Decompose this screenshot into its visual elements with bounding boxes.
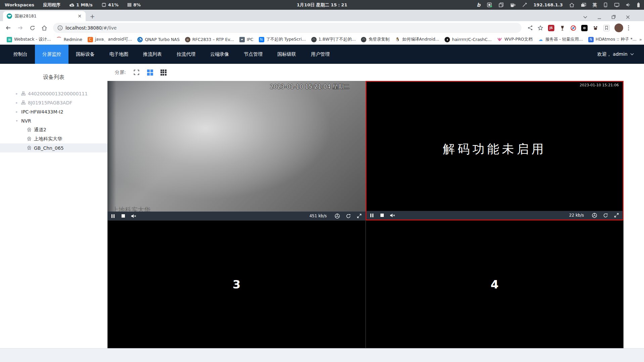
bookmark-item[interactable]: 如何编译Android... bbox=[392, 37, 442, 42]
nav-item-pull-proxy[interactable]: 拉流代理 bbox=[169, 45, 203, 64]
tree-item-channel-selected[interactable]: GB_Chn_065 bbox=[0, 143, 107, 152]
tree-item-platform[interactable]: ▸ 44020000013200000111 bbox=[0, 89, 107, 98]
split-fullscreen-button[interactable] bbox=[133, 69, 140, 76]
clipboard-tray-icon[interactable] bbox=[499, 2, 504, 7]
webcam-icon bbox=[27, 146, 32, 150]
video-panel-1[interactable]: 2023-01-10 15:21:04 星期二 上地科实大华 451 kb/s bbox=[107, 81, 366, 220]
refresh-button[interactable] bbox=[346, 214, 351, 219]
forward-button[interactable] bbox=[15, 23, 25, 33]
pause-button[interactable] bbox=[111, 214, 116, 218]
applications-menu[interactable]: 应用程序 bbox=[43, 2, 60, 8]
reload-button[interactable] bbox=[28, 23, 37, 33]
tab-search-chevron-icon[interactable] bbox=[583, 16, 587, 18]
split-2x2-button[interactable] bbox=[147, 70, 153, 76]
caret-down-icon[interactable]: ▾ bbox=[15, 119, 19, 123]
bookmark-item[interactable]: QNAP Turbo NAS bbox=[135, 37, 182, 42]
nav-item-split-monitor[interactable]: 分屏监控 bbox=[35, 45, 68, 64]
stop-button[interactable] bbox=[122, 214, 125, 218]
bookmark-item[interactable]: WVP-PRO文档 bbox=[494, 37, 535, 42]
site-info-icon[interactable] bbox=[57, 25, 63, 31]
window-restore-button[interactable] bbox=[611, 15, 616, 19]
nav-item-user-manage[interactable]: 用户管理 bbox=[304, 45, 337, 64]
nav-item-map[interactable]: 电子地图 bbox=[102, 45, 136, 64]
caret-right-icon[interactable]: ▸ bbox=[15, 110, 19, 114]
blocker-extension-icon[interactable] bbox=[570, 25, 577, 31]
bookmark-item[interactable]: IPC bbox=[237, 37, 256, 42]
pause-button[interactable] bbox=[370, 214, 374, 217]
tree-item-device[interactable]: ▸ IPC-HFW4433M-I2 bbox=[0, 107, 107, 116]
nav-item-console[interactable]: 控制台 bbox=[6, 45, 35, 64]
tree-item-device-expanded[interactable]: ▾ NVR bbox=[0, 116, 107, 125]
video-panel-3[interactable]: 3 bbox=[107, 220, 366, 348]
nav-item-node-manage[interactable]: 节点管理 bbox=[236, 45, 270, 64]
display-tray-icon[interactable] bbox=[614, 3, 619, 7]
video-panel-4[interactable]: 4 bbox=[366, 220, 624, 348]
windows-stack-tray-icon[interactable] bbox=[581, 3, 586, 7]
bookmark-item[interactable]: 服务器 - 轻量应用... bbox=[535, 37, 586, 42]
mute-icon[interactable] bbox=[390, 213, 396, 218]
split-3x3-button[interactable] bbox=[160, 70, 167, 76]
stop-button[interactable] bbox=[380, 214, 384, 217]
bookmark-star-icon[interactable] bbox=[538, 25, 543, 31]
bookmark-item[interactable]: 了不起的 TypeScri... bbox=[256, 37, 309, 42]
tree-item-channel[interactable]: 通道2 bbox=[0, 125, 107, 134]
snapshot-button[interactable] bbox=[335, 214, 340, 219]
back-button[interactable] bbox=[3, 23, 13, 33]
platform-icon bbox=[21, 91, 26, 96]
workspaces-button[interactable]: Workspaces bbox=[5, 2, 34, 7]
coffee-tray-icon[interactable] bbox=[510, 3, 516, 7]
page-footer bbox=[0, 348, 644, 362]
clock[interactable]: 1月10日 星期二 15：21 bbox=[297, 2, 347, 8]
bookmark-item[interactable]: RFC2833 – RTP Ev... bbox=[182, 37, 237, 42]
bookmark-item[interactable]: 免登录复制 bbox=[358, 37, 392, 42]
new-tab-button[interactable]: + bbox=[88, 11, 97, 21]
home-button[interactable] bbox=[40, 23, 49, 33]
window-close-button[interactable] bbox=[626, 15, 630, 19]
tab-close-icon[interactable]: ✕ bbox=[76, 13, 83, 19]
browser-tab[interactable]: 国标28181 ✕ bbox=[3, 11, 86, 21]
bookmark-item[interactable]: HDAtmos :: 种子 *... bbox=[586, 37, 639, 42]
nav-item-push-list[interactable]: 推流列表 bbox=[136, 45, 169, 64]
user-menu[interactable]: 欢迎， admin bbox=[597, 45, 644, 64]
profile-avatar[interactable] bbox=[614, 24, 623, 32]
window-minimize-button[interactable] bbox=[597, 15, 601, 19]
input-language-indicator[interactable]: 英 bbox=[593, 2, 597, 8]
volume-tray-icon[interactable] bbox=[626, 3, 631, 7]
bookmark-item[interactable]: Redmine bbox=[54, 37, 85, 42]
bookmarks-overflow-chevron[interactable]: » bbox=[639, 37, 644, 42]
webcam-icon bbox=[27, 137, 32, 141]
home-tray-icon[interactable] bbox=[569, 3, 574, 7]
wine-extension-icon[interactable] bbox=[559, 25, 565, 31]
flag-extension-icon[interactable] bbox=[603, 25, 610, 31]
bookmark-item[interactable]: java、android可... bbox=[85, 37, 135, 42]
pipette-tray-icon[interactable] bbox=[522, 2, 527, 7]
browser-menu-icon[interactable] bbox=[628, 25, 629, 31]
video-panel-2[interactable]: 2023-01-10 15:21:06 解码功能未启用 22 kb/s bbox=[366, 81, 624, 220]
tree-item-platform[interactable]: ▸ 8J01915PAGB3ADF bbox=[0, 98, 107, 107]
mute-icon[interactable] bbox=[131, 214, 137, 218]
tree-item-channel[interactable]: 上地科实大华 bbox=[0, 134, 107, 143]
js-extension-icon[interactable]: JS bbox=[548, 25, 554, 31]
bookmark-item[interactable]: Webstack - 设计... bbox=[4, 37, 54, 42]
bookmark-item[interactable]: hairrrrr/C-CrashC... bbox=[442, 37, 494, 42]
battery-tray-icon[interactable] bbox=[637, 2, 640, 7]
fullscreen-button[interactable] bbox=[357, 214, 362, 218]
nav-item-gb-devices[interactable]: 国标设备 bbox=[68, 45, 102, 64]
caret-right-icon[interactable]: ▸ bbox=[15, 92, 19, 95]
refresh-button[interactable] bbox=[603, 213, 608, 218]
nav-item-gb-cascade[interactable]: 国标级联 bbox=[270, 45, 304, 64]
fullscreen-button[interactable] bbox=[614, 213, 619, 218]
snapshot-button[interactable] bbox=[592, 213, 597, 218]
nav-item-cloud-record[interactable]: 云端录像 bbox=[203, 45, 236, 64]
ip-address-indicator[interactable]: 192.168.1.3 bbox=[534, 2, 563, 7]
bookmark-item[interactable]: 1.8W字|了不起的... bbox=[309, 37, 359, 42]
address-bar[interactable]: localhost:38080/#/live bbox=[53, 23, 521, 33]
screenshot-tray-icon[interactable] bbox=[487, 2, 492, 7]
frame-extension-icon[interactable] bbox=[581, 25, 588, 31]
caret-right-icon[interactable]: ▸ bbox=[15, 101, 19, 104]
panel-number: 4 bbox=[491, 278, 499, 291]
paw-extension-icon[interactable] bbox=[592, 25, 599, 31]
share-icon[interactable] bbox=[527, 25, 533, 31]
bing-tray-icon[interactable]: b bbox=[477, 2, 480, 8]
phone-link-tray-icon[interactable] bbox=[603, 2, 608, 7]
